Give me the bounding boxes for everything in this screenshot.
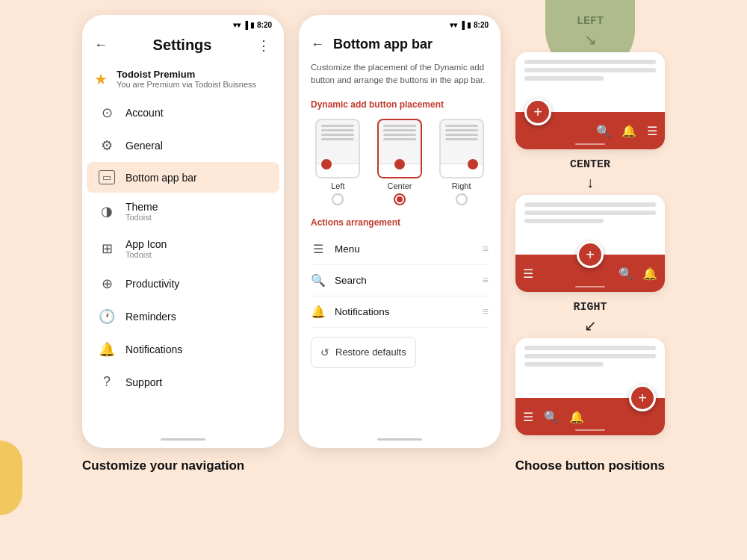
mini-line	[445, 134, 478, 136]
search-center-icon: 🔍	[619, 267, 633, 281]
pos-line	[524, 202, 656, 207]
pos-line	[524, 354, 656, 358]
wifi-icon-r: ▾▾	[450, 21, 457, 29]
settings-item-label-bottom-app-bar: Bottom app bar	[125, 172, 197, 184]
reminders-icon: 🕐	[99, 308, 115, 325]
settings-item-app-icon[interactable]: ⊞ App Icon Todoist	[87, 230, 279, 267]
app-icon-icon: ⊞	[99, 240, 115, 257]
placement-label-left: Left	[331, 181, 344, 190]
settings-item-label-productivity: Productivity	[125, 278, 179, 290]
restore-icon: ↺	[320, 346, 329, 358]
mini-line	[321, 129, 354, 131]
bell-right-icon: 🔔	[569, 410, 584, 424]
mini-fab-center	[394, 159, 405, 169]
general-icon: ⚙	[99, 137, 115, 154]
status-icons-left: ▾▾ ▐ ▮ 8:20	[233, 21, 272, 29]
mini-fab-left	[321, 159, 332, 169]
placement-option-center[interactable]: Center	[377, 119, 422, 205]
settings-item-notifications[interactable]: 🔔 Notifications	[87, 333, 279, 366]
fab-center: +	[577, 241, 604, 268]
phone-mini-center	[377, 119, 422, 178]
bell-center-icon: 🔔	[642, 267, 657, 281]
arrow-right: ↙	[584, 317, 597, 335]
settings-title: Settings	[153, 37, 212, 54]
position-right-group: RIGHT ↙ + ☰ 🔍	[515, 301, 665, 435]
menu-right-icon: ☰	[523, 410, 533, 424]
actions-section: ☰ Menu ≡ 🔍 Search ≡ 🔔 Notifications ≡	[299, 234, 500, 328]
settings-item-productivity[interactable]: ⊕ Productivity	[87, 267, 279, 300]
phone-mini-right	[439, 119, 484, 178]
settings-item-account[interactable]: ⊙ Account	[87, 96, 279, 129]
placement-option-left[interactable]: Left	[315, 119, 360, 205]
radio-center[interactable]	[394, 193, 406, 205]
menu-action-icon: ☰	[311, 242, 326, 256]
account-icon: ⊙	[99, 105, 115, 121]
settings-item-label-reminders: Reminders	[125, 311, 176, 323]
signal-icon-r: ▐	[459, 21, 465, 29]
action-row-menu[interactable]: ☰ Menu ≡	[311, 234, 489, 265]
action-label-search: Search	[335, 275, 474, 286]
radio-left[interactable]	[332, 193, 344, 205]
main-content: ▾▾ ▐ ▮ 8:20 ← Settings ⋮ ★ Todoist Premi…	[0, 0, 747, 560]
settings-item-label-support: Support	[125, 376, 162, 388]
settings-item-sublabel-theme: Todoist	[125, 213, 158, 222]
drag-handle-notifications[interactable]: ≡	[483, 305, 489, 317]
drag-handle-search[interactable]: ≡	[483, 274, 489, 286]
bar-line-left	[575, 143, 605, 145]
back-button-settings[interactable]: ←	[94, 37, 108, 53]
search-action-icon: 🔍	[311, 273, 326, 287]
mini-fab-right	[468, 159, 478, 169]
settings-item-general[interactable]: ⚙ General	[87, 129, 279, 162]
notifications-action-icon: 🔔	[311, 305, 326, 319]
menu-center-icon: ☰	[523, 267, 533, 281]
action-row-search[interactable]: 🔍 Search ≡	[311, 265, 489, 296]
premium-text: Todoist Premium You are Premium via Todo…	[117, 69, 256, 89]
pos-inner-left: + 🔍 🔔 ☰	[515, 52, 665, 149]
battery-icon-r: ▮	[467, 21, 471, 29]
pos-inner-center: + ☰ 🔍 🔔	[515, 195, 665, 292]
restore-defaults-button[interactable]: ↺ Restore defaults	[311, 337, 416, 368]
settings-item-label-theme: Theme	[125, 201, 158, 213]
actions-section-title: Actions arrangement	[299, 213, 500, 234]
restore-label: Restore defaults	[335, 346, 406, 358]
phone-settings: ▾▾ ▐ ▮ 8:20 ← Settings ⋮ ★ Todoist Premi…	[82, 15, 284, 448]
decoration-blob-yellow	[0, 441, 22, 515]
status-bar-left: ▾▾ ▐ ▮ 8:20	[82, 15, 284, 32]
placement-label-center: Center	[387, 181, 412, 190]
position-right-label: RIGHT	[573, 301, 607, 314]
fab-left: +	[524, 99, 551, 125]
position-demo-right: + ☰ 🔍 🔔	[515, 338, 665, 435]
mini-line	[383, 138, 416, 140]
bottom-app-bar-icon: ▭	[99, 170, 115, 184]
caption-left: Customize your navigation	[82, 458, 244, 473]
action-label-notifications: Notifications	[335, 306, 474, 317]
positions-panel: LEFT ↘ + 🔍 🔔	[515, 15, 665, 435]
notifications-icon: 🔔	[99, 341, 115, 358]
status-icons-right: ▾▾ ▐ ▮ 8:20	[450, 21, 489, 29]
theme-icon: ◑	[99, 203, 115, 220]
mini-lines-right	[441, 120, 483, 164]
position-center-group: CENTER ↓ + ☰	[515, 158, 665, 292]
pos-line-short	[524, 219, 604, 223]
placement-options: Left Center	[299, 116, 500, 213]
mini-lines-center	[379, 120, 421, 164]
radio-right[interactable]	[456, 193, 468, 205]
mini-lines-left	[317, 120, 359, 164]
settings-item-bottom-app-bar[interactable]: ▭ Bottom app bar	[87, 162, 279, 193]
bar-icons-center: ☰ 🔍 🔔	[515, 267, 665, 281]
bar-line-center	[575, 286, 605, 287]
settings-item-theme[interactable]: ◑ Theme Todoist	[87, 193, 279, 230]
settings-item-label-notifications: Notifications	[125, 343, 182, 355]
premium-title: Todoist Premium	[117, 69, 256, 80]
action-row-notifications[interactable]: 🔔 Notifications ≡	[311, 296, 489, 328]
phone-mini-left	[315, 119, 360, 178]
drag-handle-menu[interactable]: ≡	[483, 243, 489, 255]
bar-line-right	[575, 429, 605, 431]
placement-option-right[interactable]: Right	[439, 119, 484, 205]
more-button-settings[interactable]: ⋮	[257, 37, 272, 54]
settings-item-reminders[interactable]: 🕐 Reminders	[87, 300, 279, 333]
back-button-appbar[interactable]: ←	[311, 37, 324, 52]
position-demo-left: + 🔍 🔔 ☰	[515, 52, 665, 149]
settings-item-support[interactable]: ? Support	[87, 366, 279, 398]
premium-banner[interactable]: ★ Todoist Premium You are Premium via To…	[82, 61, 284, 96]
